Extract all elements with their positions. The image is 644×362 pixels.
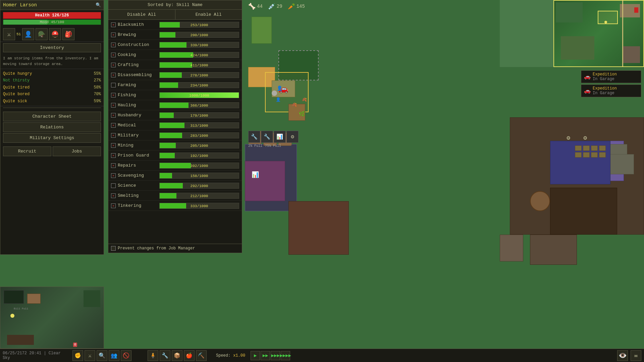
skill-checkbox-tinkering[interactable]: ✕: [111, 203, 116, 208]
skill-checkbox-blacksmith[interactable]: ✕: [111, 22, 116, 27]
skill-row-cooking: ✕Cooking424/1000: [108, 50, 242, 60]
skill-name-tinkering: Tinkering: [118, 203, 158, 208]
mail-button[interactable]: ✉️: [631, 350, 641, 361]
skill-checkbox-fishing[interactable]: ✕: [111, 93, 116, 98]
skills-buttons: Disable All Enable All: [108, 10, 242, 20]
skill-row-repairs: ✕Repairs392/1000: [108, 161, 242, 171]
skill-row-medical: ✕Medical313/1000: [108, 120, 242, 130]
military-settings-button[interactable]: Military Settings: [3, 133, 101, 143]
bag-slot[interactable]: 🎒: [62, 28, 74, 40]
expedition-panel: 🚗 Expedition In Garage 🚗 Expedition In G…: [581, 70, 641, 99]
skill-bar-science: 292/1000: [159, 183, 239, 189]
skill-checkbox-disassembling[interactable]: ✕: [111, 73, 116, 77]
no-button[interactable]: 🚫: [121, 350, 131, 361]
bored-label: Quite bored: [3, 91, 30, 98]
speed3-button[interactable]: ▶▶▶▶: [281, 351, 290, 360]
skills-list[interactable]: ✕Blacksmith253/1000✕Brewing200/1000✕Cons…: [108, 20, 242, 244]
character-sheet-button[interactable]: Character Sheet: [3, 112, 101, 121]
helmet-slot[interactable]: ⛑️: [49, 28, 61, 40]
skill-value-crafting: 411/1000: [160, 62, 239, 68]
food-icon-btn[interactable]: 🍎: [184, 350, 195, 361]
resource-medicine: 💉 29: [268, 3, 282, 10]
skill-checkbox-hauling[interactable]: ✕: [111, 103, 116, 108]
loot-icon-btn[interactable]: 📦: [172, 350, 182, 361]
character-slot[interactable]: 👤: [22, 28, 34, 40]
pause-button[interactable]: ▶: [251, 351, 260, 360]
skill-checkbox-science[interactable]: [111, 183, 116, 188]
skill-name-science: Science: [118, 183, 158, 188]
health-bar: Health 126/126: [3, 12, 101, 19]
expedition-item-1[interactable]: 🚗 Expedition In Garage: [581, 70, 641, 83]
bottom-date: 06/25/2172 20:41 | Clear Sky: [3, 351, 70, 360]
tools-icon-btn[interactable]: 🔧: [160, 350, 170, 361]
skill-value-tinkering: 333/1000: [160, 203, 239, 209]
fist-button[interactable]: ⚔️: [85, 350, 95, 361]
weapon-slot[interactable]: ⚔️: [3, 28, 15, 40]
skill-checkbox-husbandry[interactable]: ✕: [111, 113, 116, 118]
recruit-button[interactable]: Recruit: [3, 146, 51, 156]
skill-name-blacksmith: Blacksmith: [118, 22, 158, 27]
character-header: Homer Larson 🔍: [0, 0, 104, 10]
skill-checkbox-brewing[interactable]: ✕: [111, 33, 116, 37]
enable-all-button[interactable]: Enable All: [175, 10, 242, 19]
armor-slot[interactable]: 🪖: [36, 28, 48, 40]
skill-checkbox-farming[interactable]: [111, 83, 116, 87]
skill-bar-fishing: 1000/1000: [159, 92, 239, 98]
skill-row-tinkering: ✕Tinkering333/1000: [108, 201, 242, 211]
mini-map-top-right[interactable]: [553, 0, 644, 67]
needs-row-sick: Quite sick 59%: [3, 98, 101, 105]
bones-icon: 🦴: [248, 3, 256, 10]
disable-all-button[interactable]: Disable All: [108, 10, 175, 19]
skill-bar-prison guard: 192/1000: [159, 153, 239, 159]
speed1-button[interactable]: ▶▶: [261, 351, 270, 360]
skill-checkbox-scavenging[interactable]: ✕: [111, 173, 116, 178]
skill-bar-smelting: 212/1000: [159, 193, 239, 199]
skill-checkbox-repairs[interactable]: ✕: [111, 163, 116, 168]
bottom-left-icons: ✊ 0 ⚔️ 🔍 👥 🚫: [72, 350, 131, 361]
mood-label: Mood 45/100: [3, 20, 101, 24]
eye-button[interactable]: 👁️: [617, 350, 628, 361]
skill-checkbox-medical[interactable]: ✕: [111, 123, 116, 128]
vehicle-icon-2: 🚗: [584, 87, 591, 94]
jobs-button[interactable]: Jobs: [53, 146, 101, 156]
sort-label: Sorted by: Skill Name: [148, 2, 203, 7]
person-icon-btn[interactable]: 🧍: [148, 350, 158, 361]
search-icon[interactable]: 🔍: [96, 2, 101, 8]
bottom-mid-icons: 🧍 🔧 📦 🍎 ⛏️: [148, 350, 207, 361]
skill-row-farming: Farming234/1000: [108, 80, 242, 90]
minimap-selection: [598, 11, 618, 24]
skill-name-mining: Mining: [118, 143, 158, 148]
relations-button[interactable]: Relations: [3, 122, 101, 132]
group-button[interactable]: 👥: [109, 350, 119, 361]
sick-label: Quite sick: [3, 98, 27, 105]
inventory-button[interactable]: Inventory: [3, 43, 101, 52]
food-icon: 🥕: [288, 3, 295, 10]
skill-checkbox-construction[interactable]: ✕: [111, 43, 116, 47]
skill-checkbox-mining[interactable]: ✕: [111, 143, 116, 148]
thirsty-label: Not thirsty: [3, 77, 30, 84]
speed2-button[interactable]: ▶▶▶: [271, 351, 280, 360]
speed-controls: ▶ ▶▶ ▶▶▶ ▶▶▶▶: [251, 351, 290, 360]
needs-row-tired: Quite tired 58%: [3, 84, 101, 91]
prevent-checkbox[interactable]: [111, 246, 116, 251]
skill-row-hauling: ✕Hauling366/1000: [108, 100, 242, 110]
skill-value-cooking: 424/1000: [160, 52, 239, 58]
alert-button[interactable]: ✊: [72, 350, 83, 361]
skill-checkbox-military[interactable]: ✕: [111, 133, 116, 138]
skill-row-scavenging: ✕Scavenging158/1000: [108, 171, 242, 181]
status-text: I am storing items from the inventory. I…: [0, 54, 104, 69]
bottom-bar: 06/25/2172 20:41 | Clear Sky ✊ 0 ⚔️ 🔍 👥 …: [0, 349, 644, 362]
food-value: 145: [297, 4, 305, 9]
skill-row-blacksmith: ✕Blacksmith253/1000: [108, 20, 242, 30]
skill-checkbox-cooking[interactable]: ✕: [111, 53, 116, 57]
skill-value-construction: 339/1000: [160, 42, 239, 48]
speed-label: Speed:: [216, 353, 230, 358]
expedition-item-2[interactable]: 🚗 Expedition In Garage: [581, 84, 641, 97]
search-button[interactable]: 🔍: [97, 350, 107, 361]
mini-map-content: [554, 1, 643, 66]
pickaxe-icon-btn[interactable]: ⛏️: [196, 350, 207, 361]
skill-checkbox-smelting[interactable]: ✕: [111, 193, 116, 198]
skill-checkbox-prison guard[interactable]: ✕: [111, 153, 116, 158]
skill-checkbox-crafting[interactable]: ✕: [111, 63, 116, 67]
skill-bar-brewing: 200/1000: [159, 32, 239, 38]
